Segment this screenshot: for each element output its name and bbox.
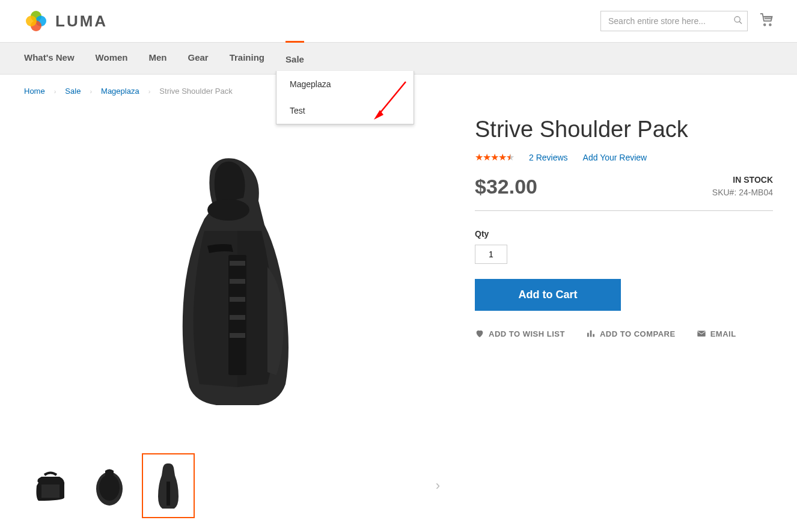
- reviews-link[interactable]: 2 Reviews: [529, 153, 568, 162]
- nav-item-gear[interactable]: Gear: [188, 43, 208, 74]
- thumbnail-1[interactable]: [24, 453, 77, 518]
- header: LUMA: [0, 0, 797, 42]
- chevron-right-icon: ›: [148, 88, 151, 95]
- qty-label: Qty: [475, 229, 773, 239]
- thumbnail-3[interactable]: [142, 453, 195, 518]
- thumbnail-next[interactable]: ›: [431, 473, 445, 498]
- nav-list: What's New Women Men Gear Training Sale: [24, 43, 773, 74]
- compare-label: ADD TO COMPARE: [600, 329, 676, 338]
- stock-status: IN STOCK: [712, 175, 773, 185]
- svg-point-21: [99, 474, 120, 501]
- price-row: $32.00 IN STOCK SKU#: 24-MB04: [475, 175, 773, 211]
- cart-button[interactable]: [760, 13, 773, 29]
- search-box: [600, 11, 748, 31]
- nav-item-whats-new[interactable]: What's New: [24, 43, 75, 74]
- heart-icon: [475, 329, 484, 338]
- sku-value: 24-MB04: [739, 188, 773, 197]
- crumb-home[interactable]: Home: [24, 87, 45, 96]
- logo[interactable]: LUMA: [24, 9, 108, 33]
- product-title: Strive Shoulder Pack: [475, 117, 773, 142]
- chevron-right-icon: ›: [54, 88, 56, 95]
- add-review-link[interactable]: Add Your Review: [583, 153, 647, 162]
- compare-icon: [586, 329, 596, 338]
- nav-item-women[interactable]: Women: [96, 43, 128, 74]
- nav-item-sale[interactable]: Sale: [286, 41, 304, 74]
- header-right: [600, 11, 773, 31]
- main-content: › Strive Shoulder Pack ★★★★★★ 2 Reviews …: [0, 111, 797, 518]
- wishlist-label: ADD TO WISH LIST: [489, 329, 565, 338]
- search-icon: [733, 16, 743, 25]
- nav-bar: What's New Women Men Gear Training Sale …: [0, 42, 797, 75]
- svg-rect-22: [166, 482, 170, 506]
- thumbnail-2[interactable]: [83, 453, 136, 518]
- logo-icon: [24, 9, 48, 33]
- dropdown-item-test[interactable]: Test: [276, 97, 414, 124]
- svg-point-4: [734, 17, 740, 22]
- svg-rect-24: [590, 331, 592, 337]
- svg-rect-15: [230, 279, 245, 284]
- sku-row: SKU#: 24-MB04: [712, 188, 773, 197]
- rating-row: ★★★★★★ 2 Reviews Add Your Review: [475, 151, 773, 163]
- nav-dropdown: Mageplaza Test: [276, 71, 414, 124]
- price: $32.00: [475, 175, 537, 198]
- qty-input[interactable]: [475, 245, 507, 264]
- svg-rect-14: [230, 261, 245, 266]
- svg-point-12: [207, 199, 249, 221]
- product-image[interactable]: [24, 111, 445, 447]
- sku-label: SKU#:: [712, 188, 736, 197]
- dropdown-item-mageplaza[interactable]: Mageplaza: [276, 71, 414, 97]
- email-icon: [697, 329, 706, 338]
- stars-icon: ★★★★★★: [475, 151, 514, 163]
- cart-icon: [760, 13, 773, 26]
- svg-rect-16: [230, 297, 245, 302]
- nav-item-men[interactable]: Men: [148, 43, 166, 74]
- crumb-mageplaza[interactable]: Mageplaza: [101, 87, 139, 96]
- email-label: EMAIL: [710, 329, 736, 338]
- svg-point-7: [769, 24, 771, 26]
- svg-line-5: [739, 22, 742, 24]
- thumbnails: ›: [24, 453, 445, 518]
- crumb-sale[interactable]: Sale: [65, 87, 81, 96]
- chevron-right-icon: ›: [90, 88, 92, 95]
- stock-block: IN STOCK SKU#: 24-MB04: [712, 175, 773, 197]
- svg-rect-19: [41, 485, 60, 498]
- svg-rect-25: [593, 334, 594, 337]
- email-link[interactable]: EMAIL: [697, 329, 736, 338]
- wishlist-link[interactable]: ADD TO WISH LIST: [475, 329, 565, 338]
- backpack-image: [150, 147, 319, 411]
- action-links: ADD TO WISH LIST ADD TO COMPARE EMAIL: [475, 329, 773, 338]
- chevron-right-icon: ›: [436, 478, 440, 493]
- svg-point-6: [764, 24, 766, 26]
- svg-rect-18: [230, 333, 245, 338]
- search-input[interactable]: [600, 11, 748, 31]
- add-to-cart-button[interactable]: Add to Cart: [475, 279, 621, 311]
- crumb-current: Strive Shoulder Pack: [159, 87, 232, 96]
- search-button[interactable]: [733, 16, 743, 27]
- svg-rect-26: [697, 331, 705, 336]
- svg-rect-23: [587, 333, 589, 337]
- product-info: Strive Shoulder Pack ★★★★★★ 2 Reviews Ad…: [475, 111, 773, 518]
- svg-point-3: [26, 16, 37, 26]
- svg-rect-17: [230, 315, 245, 320]
- logo-text: LUMA: [55, 12, 108, 31]
- nav-item-training[interactable]: Training: [230, 43, 264, 74]
- gallery: ›: [24, 111, 445, 518]
- compare-link[interactable]: ADD TO COMPARE: [586, 329, 676, 338]
